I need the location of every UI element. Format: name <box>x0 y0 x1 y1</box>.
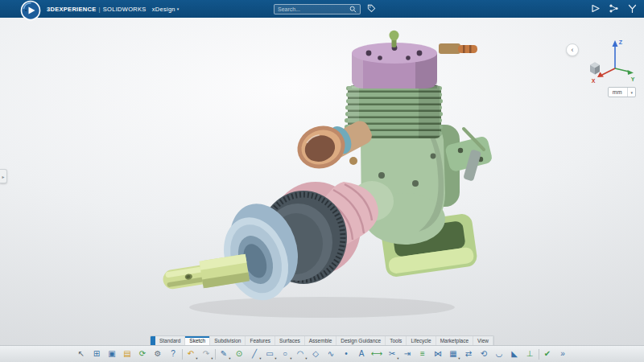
part-cylinder-head[interactable] <box>352 31 477 88</box>
tabs-strip: Standard Sketch Subdivision Features Sur… <box>150 335 494 345</box>
tool-icon: ◡ <box>496 350 503 358</box>
chevron-down-icon[interactable]: ▾ <box>627 88 635 97</box>
tab-label: Tools <box>390 338 402 343</box>
view-cube-icon[interactable] <box>590 63 600 75</box>
action-toolbar: ↖ ▾ ⊞ ▾ ▣ ▾ ▤ ▾ ⟳ ▾ ⚙ <box>0 345 644 362</box>
tool-chamfer-sketch[interactable]: ◣ ▾ <box>508 348 522 361</box>
tool-icon: ⚙ <box>155 350 162 358</box>
tab-surfaces[interactable]: Surfaces <box>275 336 305 345</box>
tool-settings[interactable]: ⚙ ▾ <box>151 348 165 361</box>
orientation-triad[interactable]: Z X Y <box>580 34 638 85</box>
tool-refresh[interactable]: ⟳ ▾ <box>136 348 150 361</box>
tool-convert-entities[interactable]: ⊙ ▾ <box>233 348 246 361</box>
dropdown-caret-icon[interactable]: ▾ <box>229 357 230 361</box>
tool-point[interactable]: • ▾ <box>340 348 353 361</box>
community-icon[interactable] <box>627 3 638 14</box>
tab-marketplace[interactable]: Marketplace <box>436 336 473 345</box>
tool-select[interactable]: ↖ ▾ <box>75 348 89 361</box>
tool-open[interactable]: ▤ ▾ <box>121 348 134 361</box>
dropdown-caret-icon[interactable]: ▾ <box>458 357 460 361</box>
tool-save[interactable]: ▣ ▾ <box>105 348 119 361</box>
tool-more-tools[interactable]: » ▾ <box>556 348 570 361</box>
tool-icon: ≡ <box>420 350 425 358</box>
left-panel-flyout[interactable]: ▸ <box>0 169 7 183</box>
triad-collapse-button[interactable]: ‹ <box>566 43 579 56</box>
tab-label: Standard <box>159 338 180 343</box>
tab-label: View <box>477 338 489 343</box>
tool-arc[interactable]: ◠ ▾ <box>294 348 308 361</box>
tool-fillet-sketch[interactable]: ◡ ▾ <box>493 348 506 361</box>
tool-icon: ∿ <box>328 350 334 358</box>
tab-subdivision[interactable]: Subdivision <box>210 336 246 345</box>
play-icon[interactable] <box>590 3 601 14</box>
tool-icon: ⊞ <box>93 350 100 358</box>
tool-undo[interactable]: ↶ ▾ <box>184 348 198 361</box>
tool-exit-sketch[interactable]: ✔ ▾ <box>541 348 555 361</box>
tool-spline[interactable]: ∿ ▾ <box>324 348 338 361</box>
tab-features[interactable]: Features <box>246 336 275 345</box>
search-icon[interactable] <box>349 6 357 13</box>
dropdown-caret-icon[interactable]: ▾ <box>397 357 398 361</box>
model-viewport[interactable] <box>0 18 644 362</box>
tab-lifecycle[interactable]: Lifecycle <box>407 336 436 345</box>
tool-sep[interactable]: ▾ <box>539 349 539 360</box>
tool-icon: ✎ <box>221 350 227 358</box>
action-bar-tabs: Standard Sketch Subdivision Features Sur… <box>0 335 644 345</box>
tab-tools[interactable]: Tools <box>386 336 407 345</box>
dropdown-caret-icon[interactable]: ▾ <box>275 357 276 361</box>
search-box[interactable] <box>274 4 361 14</box>
tab-design-guidance[interactable]: Design Guidance <box>336 336 386 345</box>
tool-rectangle[interactable]: ▭ ▾ <box>263 348 277 361</box>
tab-label: Lifecycle <box>411 338 431 343</box>
graphics-area[interactable]: ▸ ‹ Z X Y mm <box>0 18 644 362</box>
dropdown-caret-icon[interactable]: ▾ <box>305 357 307 361</box>
tool-pattern[interactable]: ▦ ▾ <box>447 348 460 361</box>
units-dropdown[interactable]: mm ▾ <box>608 87 636 97</box>
tool-text[interactable]: A ▾ <box>355 348 369 361</box>
tab-view[interactable]: View <box>473 336 493 345</box>
tool-extend[interactable]: ⇥ ▾ <box>401 348 415 361</box>
tool-rotate-entities[interactable]: ⟲ ▾ <box>477 348 491 361</box>
tool-box-select[interactable]: ⊞ ▾ <box>90 348 104 361</box>
tool-mirror[interactable]: ⋈ ▾ <box>431 348 445 361</box>
tool-offset[interactable]: ≡ ▾ <box>416 348 430 361</box>
tool-line[interactable]: ╱ ▾ <box>248 348 262 361</box>
share-icon[interactable] <box>609 3 619 14</box>
tool-sketch[interactable]: ✎ ▾ <box>217 348 231 361</box>
tool-sep[interactable]: ▾ <box>182 349 183 360</box>
tool-icon: ▣ <box>108 350 115 358</box>
dropdown-caret-icon[interactable]: ▾ <box>290 357 291 361</box>
dropdown-caret-icon[interactable]: ▾ <box>259 357 261 361</box>
triad-y-axis: Y <box>615 68 635 82</box>
tag-icon[interactable] <box>367 4 376 13</box>
part-crankshaft[interactable] <box>161 254 250 294</box>
tab-sketch[interactable]: Sketch <box>185 336 210 345</box>
tool-icon: ⇥ <box>404 350 411 358</box>
tool-icon: ⟳ <box>139 350 146 358</box>
tab-standard[interactable]: Standard <box>155 336 185 345</box>
brand-3dexperience[interactable]: 3DEXPERIENCE <box>47 6 97 13</box>
tool-move-entities[interactable]: ⇄ ▾ <box>462 348 476 361</box>
tool-icon: ◠ <box>297 350 304 358</box>
tool-circle[interactable]: ○ ▾ <box>279 348 292 361</box>
dropdown-caret-icon[interactable]: ▾ <box>211 357 213 361</box>
units-value: mm <box>609 88 628 97</box>
tool-redo[interactable]: ↷ ▾ <box>200 348 213 361</box>
tool-relations[interactable]: ⊥ ▾ <box>523 348 537 361</box>
workspace-switcher[interactable]: xDesign <box>152 6 175 13</box>
tab-assemble[interactable]: Assemble <box>305 336 337 345</box>
3dexperience-logo[interactable] <box>20 0 41 21</box>
brand-solidworks: SOLIDWORKS <box>103 6 147 13</box>
tool-icon: A <box>359 350 365 358</box>
tool-smart-dimension[interactable]: ⟷ ▾ <box>370 348 384 361</box>
search-input[interactable] <box>278 6 349 12</box>
dropdown-caret-icon[interactable]: ▾ <box>196 357 197 361</box>
tool-sep[interactable]: ▾ <box>215 349 216 360</box>
tool-polygon[interactable]: ◇ ▾ <box>309 348 323 361</box>
tool-help[interactable]: ? ▾ <box>167 348 180 361</box>
tool-trim[interactable]: ✂ ▾ <box>386 348 399 361</box>
svg-text:X: X <box>592 78 596 84</box>
chevron-down-icon[interactable]: ▾ <box>177 6 180 11</box>
part-fuel-fitting[interactable] <box>439 43 477 54</box>
tool-icon: • <box>345 350 348 358</box>
